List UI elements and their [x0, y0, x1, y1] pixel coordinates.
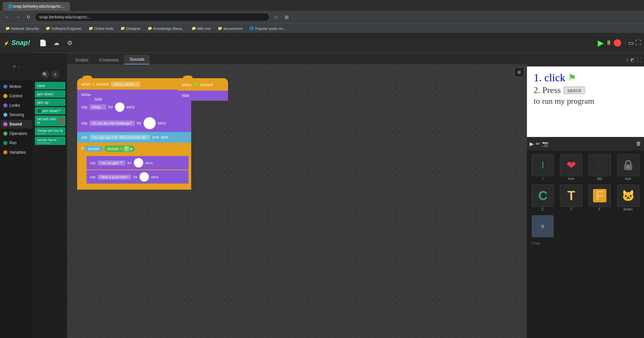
- sprite-name-love: love: [568, 177, 574, 181]
- bookmark-software-engineer[interactable]: 📁 Software Engineer: [43, 25, 85, 32]
- bookmark-popular-posts[interactable]: 🌐 Popular posts on...: [247, 25, 288, 32]
- block-hide-flag[interactable]: hide: [178, 91, 228, 101]
- search-button[interactable]: 🔍: [41, 70, 49, 79]
- tab-costumes[interactable]: Costumes: [94, 55, 124, 64]
- bookmark-online-tools[interactable]: 📁 Online tools: [86, 25, 116, 32]
- sprite-item-lock[interactable]: lock: [615, 153, 641, 182]
- block-pen-up[interactable]: pen up: [35, 99, 65, 106]
- bookmark-designer[interactable]: 📁 Designer: [118, 25, 144, 32]
- add-block-button[interactable]: +: [51, 70, 59, 79]
- bookmark-icon: 📁: [218, 26, 222, 31]
- block-change-pen-hue[interactable]: change pen hue by: [35, 127, 65, 136]
- sprite-draw-button[interactable]: ✏: [536, 141, 540, 147]
- block-if[interactable]: if answer answer = Y ▶: [77, 143, 191, 190]
- category-motion[interactable]: Motion: [1, 82, 33, 91]
- variables-label: Variables: [9, 150, 26, 155]
- bookmark-button[interactable]: ☆: [272, 13, 280, 21]
- fullscreen-icon-2: ⛶: [637, 57, 641, 62]
- blocks-list: clear pen down pen up pen down? set pen …: [34, 81, 67, 338]
- pause-button[interactable]: ⏸: [606, 39, 612, 46]
- block-group-flag: when ⚑ clicked hide: [178, 78, 228, 101]
- address-bar[interactable]: snap.berkeley.edu/snap/sn...: [35, 13, 270, 21]
- block-set-pen-hue[interactable]: set pen hue to: [35, 137, 65, 145]
- grid-toggle-button[interactable]: ⊞: [515, 67, 524, 77]
- category-operators[interactable]: Operators: [1, 129, 33, 138]
- stage-view-button[interactable]: ▭: [628, 39, 634, 47]
- motion-label: Motion: [9, 84, 21, 89]
- if-arrow: ▶: [130, 147, 132, 150]
- extensions-button[interactable]: ⊞: [282, 13, 291, 21]
- settings-button[interactable]: ⚙: [64, 38, 75, 48]
- ask-input[interactable]: You can say Y for YES and N for NO.: [90, 135, 150, 140]
- lock-shape: [624, 160, 632, 170]
- tab-scripts[interactable]: Scripts: [70, 55, 94, 64]
- block-when-clicked[interactable]: when ⚑ clicked: [178, 78, 228, 91]
- answer-reporter: answer: [85, 146, 102, 151]
- block-set-pen-color[interactable]: set pen color to: [35, 115, 65, 126]
- sprite-delete-button[interactable]: 🗑: [636, 141, 641, 147]
- block-clear[interactable]: clear: [35, 82, 65, 89]
- sprite-item-love[interactable]: ❤ love: [558, 153, 585, 182]
- block-say-goodbye[interactable]: say Have a good time~ for secs: [87, 170, 189, 184]
- back-button[interactable]: ←: [3, 13, 11, 21]
- sprite-img-F: F: [593, 189, 606, 202]
- block-pen-down-query[interactable]: pen down?: [35, 107, 65, 114]
- block-hide-standalone[interactable]: hide: [91, 95, 106, 104]
- fullscreen-button[interactable]: ⛶: [635, 39, 641, 46]
- stage-fullscreen-button[interactable]: ⛶: [637, 57, 641, 62]
- sprite-item-stage-bg[interactable]: 🖼: [530, 214, 556, 238]
- stage-expand-button[interactable]: ◩: [630, 57, 635, 62]
- dropdown-arrow-icon: ▼: [135, 83, 138, 86]
- bookmark-knowledge[interactable]: 📁 Knowledge Mana...: [145, 25, 187, 32]
- sprite-camera-button[interactable]: 📷: [542, 141, 549, 147]
- category-control[interactable]: Control: [1, 92, 33, 100]
- bookmark-label: Popular posts on...: [255, 27, 286, 31]
- receive-dropdown[interactable]: show_rabbit ▼: [111, 82, 140, 87]
- snap-logo-area: ⚡ Snap!: [0, 33, 34, 53]
- sprite-item-I[interactable]: I I: [530, 153, 556, 182]
- bookmark-amusement[interactable]: 📁 amusement: [215, 25, 245, 32]
- bookmark-little-one[interactable]: 📁 little one: [189, 25, 214, 32]
- say-hello-input[interactable]: Hello: [90, 104, 106, 110]
- category-sound[interactable]: Sound: [1, 120, 33, 129]
- if-value-input[interactable]: Y: [124, 146, 129, 151]
- sprite-play-button[interactable]: ▶: [530, 141, 534, 147]
- scroll-left-icon[interactable]: ↺: [12, 64, 16, 69]
- block-when-receive[interactable]: when I receive show_rabbit ▼: [77, 78, 191, 90]
- block-ask-wait[interactable]: ask You can say Y for YES and N for NO. …: [77, 132, 191, 143]
- cloud-button[interactable]: ☁: [51, 38, 62, 48]
- forward-button[interactable]: →: [13, 13, 22, 21]
- reload-button[interactable]: ↻: [24, 13, 33, 21]
- expand-icon[interactable]: ↔: [17, 64, 21, 69]
- say-glad-input[interactable]: I am so glad ^^: [98, 160, 125, 165]
- bookmark-network-security[interactable]: 📁 Network Security: [3, 25, 42, 32]
- sprite-item-title[interactable]: ··· title: [587, 153, 613, 182]
- block-say-challenge[interactable]: say Do you like this challange? for secs: [77, 114, 191, 132]
- category-sensing[interactable]: Sensing: [1, 110, 33, 119]
- tab-sounds[interactable]: Sounds: [124, 55, 150, 64]
- category-pen[interactable]: Pen: [1, 139, 33, 147]
- active-tab[interactable]: 🌐 snap.berkeley.edu/snap/sn...: [3, 2, 70, 11]
- sprite-thumb-T: T: [560, 185, 582, 207]
- hue-input: [37, 133, 45, 134]
- sprite-thumb-F: F: [589, 185, 611, 207]
- receive-value: show_rabbit: [114, 82, 133, 86]
- tab-label: snap.berkeley.edu/snap/sn...: [13, 4, 64, 9]
- snap-logo-icon: ⚡: [3, 41, 9, 46]
- stage-info-button[interactable]: ℹ: [627, 56, 628, 63]
- block-say-glad[interactable]: say I am so glad ^^ for secs: [87, 156, 189, 170]
- say-goodbye-input[interactable]: Have a good time~: [98, 175, 131, 180]
- bookmark-icon: 📁: [148, 26, 152, 31]
- sprite-item-C[interactable]: C C: [530, 184, 556, 212]
- sprite-item-T[interactable]: T T: [558, 184, 585, 212]
- category-variables[interactable]: Variables: [1, 148, 33, 157]
- file-button[interactable]: 📄: [38, 38, 48, 48]
- sprite-item-F[interactable]: F F: [587, 184, 613, 212]
- say-challenge-input[interactable]: Do you like this challange?: [90, 120, 135, 126]
- sprite-item-blublu[interactable]: 🐱 blublu: [615, 184, 641, 212]
- category-looks[interactable]: Looks: [1, 101, 33, 110]
- green-flag-button[interactable]: ▶: [598, 38, 604, 48]
- if-condition[interactable]: answer = Y ▶: [104, 145, 135, 152]
- block-pen-down[interactable]: pen down: [35, 90, 65, 98]
- stop-button[interactable]: [614, 39, 621, 47]
